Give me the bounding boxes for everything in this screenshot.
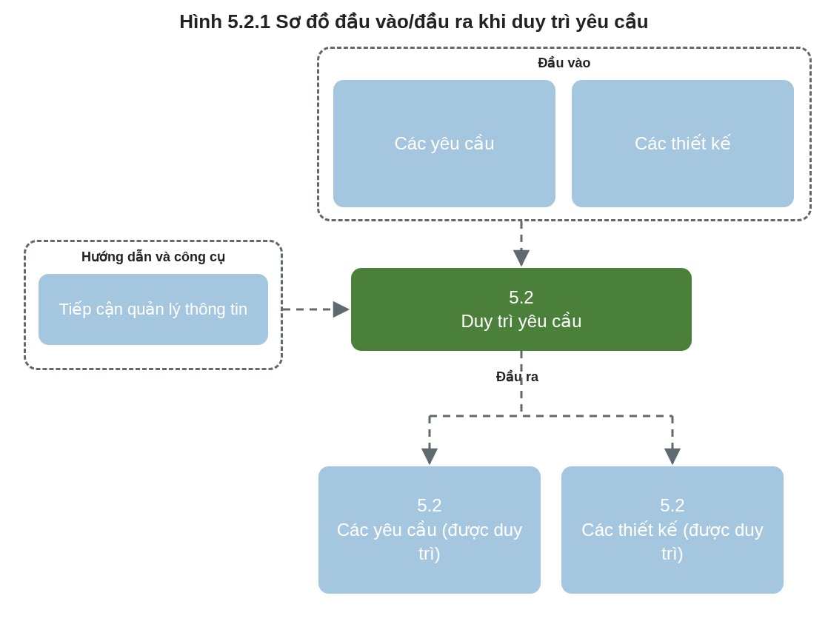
inputs-group-label: Đầu vào — [317, 55, 812, 71]
center-process-box: 5.2 Duy trì yêu cầu — [351, 268, 692, 351]
input-requirements-text: Các yêu cầu — [394, 132, 494, 155]
guides-group-label: Hướng dẫn và công cụ — [24, 249, 283, 265]
input-designs-text: Các thiết kế — [635, 132, 731, 155]
outputs-label: Đầu ra — [496, 369, 538, 385]
input-requirements-box: Các yêu cầu — [333, 80, 555, 207]
center-process-text: 5.2 Duy trì yêu cầu — [461, 286, 581, 334]
diagram-title: Hình 5.2.1 Sơ đồ đầu vào/đầu ra khi duy … — [0, 10, 828, 33]
output-designs-text: 5.2 Các thiết kế (được duy trì) — [572, 494, 773, 566]
guide-info-mgmt-text: Tiếp cận quản lý thông tin — [59, 298, 247, 321]
guide-info-mgmt-box: Tiếp cận quản lý thông tin — [39, 274, 268, 345]
output-requirements-box: 5.2 Các yêu cầu (được duy trì) — [318, 466, 541, 594]
diagram-canvas: Hình 5.2.1 Sơ đồ đầu vào/đầu ra khi duy … — [0, 0, 828, 644]
output-requirements-text: 5.2 Các yêu cầu (được duy trì) — [329, 494, 530, 566]
output-designs-box: 5.2 Các thiết kế (được duy trì) — [561, 466, 784, 594]
input-designs-box: Các thiết kế — [572, 80, 794, 207]
